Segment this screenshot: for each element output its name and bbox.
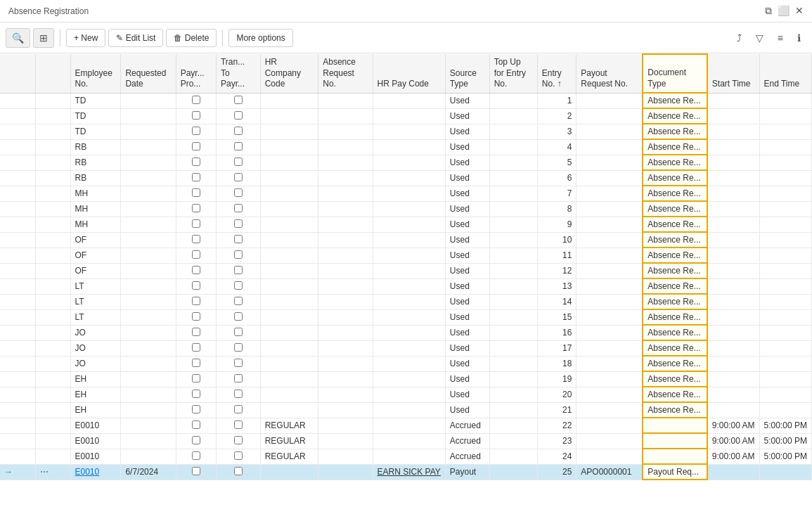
cell-payr-pro[interactable]	[176, 248, 216, 263]
cell-employee-no[interactable]: JO	[70, 325, 121, 340]
row-context-menu[interactable]	[35, 170, 70, 186]
table-row[interactable]: EHUsed19Absence Re...	[0, 371, 812, 387]
cell-trans-to-payr[interactable]	[216, 340, 260, 356]
cell-trans-to-payr[interactable]	[216, 186, 260, 201]
cell-trans-to-payr[interactable]	[216, 387, 260, 402]
cell-payr-pro[interactable]	[176, 108, 216, 124]
info-button[interactable]: ℹ	[792, 29, 806, 47]
cell-employee-no[interactable]: OF	[70, 232, 121, 248]
cell-employee-no[interactable]: RB	[70, 139, 121, 155]
cell-payr-pro[interactable]	[176, 433, 216, 449]
cell-payr-pro[interactable]	[176, 93, 216, 108]
row-context-menu[interactable]	[35, 356, 70, 371]
bookmark-button[interactable]: ⊞	[33, 28, 54, 48]
table-row[interactable]: TDUsed1Absence Re...	[0, 93, 812, 108]
cell-trans-to-payr[interactable]	[216, 108, 260, 124]
cell-payr-pro[interactable]	[176, 155, 216, 170]
row-context-menu[interactable]	[35, 294, 70, 309]
new-button[interactable]: + New	[66, 29, 105, 47]
row-context-menu[interactable]: ⋯	[35, 464, 70, 480]
table-row[interactable]: JOUsed16Absence Re...	[0, 325, 812, 340]
cell-employee-no[interactable]: MH	[70, 201, 121, 217]
row-context-menu[interactable]	[35, 263, 70, 278]
row-context-menu[interactable]	[35, 387, 70, 402]
cell-trans-to-payr[interactable]	[216, 93, 260, 108]
restore-icon[interactable]: ⧉	[765, 5, 772, 17]
cell-employee-no[interactable]: JO	[70, 340, 121, 356]
col-source-type[interactable]: Source Type	[445, 54, 489, 93]
cell-employee-no[interactable]: OF	[70, 263, 121, 278]
row-context-menu[interactable]	[35, 340, 70, 356]
col-end-time[interactable]: End Time	[759, 54, 811, 93]
columns-button[interactable]: ≡	[772, 29, 789, 47]
cell-employee-no[interactable]: E0010	[70, 449, 121, 464]
table-row[interactable]: EHUsed20Absence Re...	[0, 387, 812, 402]
table-row[interactable]: JOUsed18Absence Re...	[0, 356, 812, 371]
cell-trans-to-payr[interactable]	[216, 278, 260, 294]
close-icon[interactable]: ✕	[795, 5, 804, 17]
table-row[interactable]: RBUsed6Absence Re...	[0, 170, 812, 186]
row-context-menu[interactable]	[35, 217, 70, 232]
table-row[interactable]: MHUsed8Absence Re...	[0, 201, 812, 217]
popout-icon[interactable]: ⬜	[778, 5, 790, 17]
cell-employee-no[interactable]: MH	[70, 186, 121, 201]
cell-trans-to-payr[interactable]	[216, 325, 260, 340]
col-entry-no[interactable]: Entry No. ↑	[537, 54, 576, 93]
col-hr-company-code[interactable]: HR Company Code	[260, 54, 318, 93]
cell-trans-to-payr[interactable]	[216, 464, 260, 480]
row-context-menu[interactable]	[35, 139, 70, 155]
col-document-type[interactable]: Document Type	[643, 54, 707, 93]
cell-trans-to-payr[interactable]	[216, 433, 260, 449]
col-payout-request-no[interactable]: Payout Request No.	[576, 54, 643, 93]
col-employee-no[interactable]: Employee No.	[70, 54, 121, 93]
table-row[interactable]: RBUsed4Absence Re...	[0, 139, 812, 155]
cell-trans-to-payr[interactable]	[216, 263, 260, 278]
table-row[interactable]: MHUsed9Absence Re...	[0, 217, 812, 232]
cell-trans-to-payr[interactable]	[216, 248, 260, 263]
table-row[interactable]: E0010REGULARAccrued249:00:00 AM5:00:00 P…	[0, 449, 812, 464]
row-context-menu[interactable]	[35, 93, 70, 108]
table-row[interactable]: MHUsed7Absence Re...	[0, 186, 812, 201]
row-context-menu[interactable]	[35, 232, 70, 248]
col-trans-to-payr[interactable]: Tran... To Payr...	[216, 54, 260, 93]
cell-employee-no[interactable]: EH	[70, 402, 121, 418]
cell-payr-pro[interactable]	[176, 294, 216, 309]
search-button[interactable]: 🔍	[6, 28, 30, 48]
cell-payr-pro[interactable]	[176, 186, 216, 201]
cell-trans-to-payr[interactable]	[216, 309, 260, 325]
table-row[interactable]: LTUsed13Absence Re...	[0, 278, 812, 294]
cell-employee-no[interactable]: EH	[70, 371, 121, 387]
cell-employee-no[interactable]: RB	[70, 155, 121, 170]
table-row[interactable]: LTUsed15Absence Re...	[0, 309, 812, 325]
row-context-menu[interactable]	[35, 278, 70, 294]
cell-trans-to-payr[interactable]	[216, 402, 260, 418]
row-context-menu[interactable]	[35, 248, 70, 263]
cell-trans-to-payr[interactable]	[216, 170, 260, 186]
cell-trans-to-payr[interactable]	[216, 449, 260, 464]
cell-employee-no[interactable]: LT	[70, 309, 121, 325]
cell-trans-to-payr[interactable]	[216, 356, 260, 371]
cell-trans-to-payr[interactable]	[216, 217, 260, 232]
cell-employee-no[interactable]: TD	[70, 124, 121, 139]
cell-payr-pro[interactable]	[176, 371, 216, 387]
row-context-menu[interactable]	[35, 402, 70, 418]
cell-employee-no[interactable]: E0010	[70, 418, 121, 433]
row-context-menu[interactable]	[35, 371, 70, 387]
cell-payr-pro[interactable]	[176, 418, 216, 433]
cell-trans-to-payr[interactable]	[216, 155, 260, 170]
cell-payr-pro[interactable]	[176, 170, 216, 186]
table-row[interactable]: TDUsed3Absence Re...	[0, 124, 812, 139]
cell-employee-no[interactable]: TD	[70, 93, 121, 108]
cell-payr-pro[interactable]	[176, 278, 216, 294]
row-context-menu[interactable]	[35, 433, 70, 449]
cell-employee-no[interactable]: E0010	[70, 464, 121, 480]
col-hr-pay-code[interactable]: HR Pay Code	[373, 54, 445, 93]
col-requested-date[interactable]: Requested Date	[121, 54, 176, 93]
cell-employee-no[interactable]: MH	[70, 217, 121, 232]
cell-payr-pro[interactable]	[176, 402, 216, 418]
cell-employee-no[interactable]: JO	[70, 356, 121, 371]
table-row[interactable]: RBUsed5Absence Re...	[0, 155, 812, 170]
cell-employee-no[interactable]: LT	[70, 294, 121, 309]
cell-trans-to-payr[interactable]	[216, 201, 260, 217]
table-row[interactable]: TDUsed2Absence Re...	[0, 108, 812, 124]
